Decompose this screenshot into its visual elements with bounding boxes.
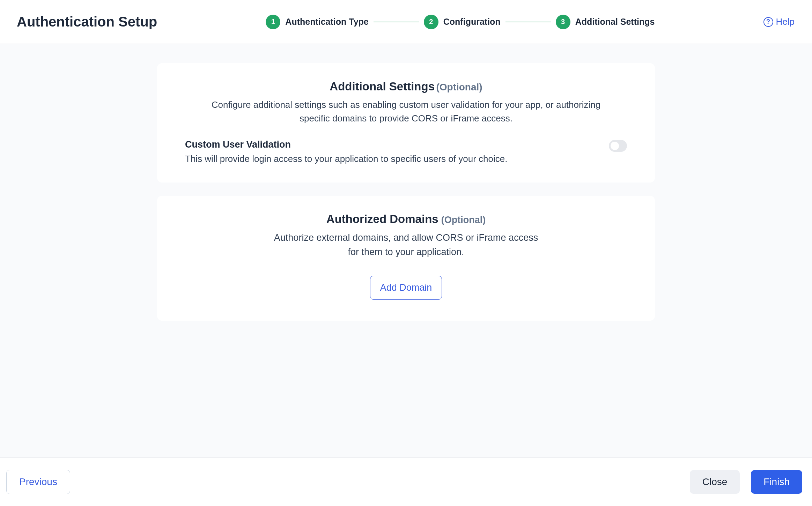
- footer: Previous Close Finish: [0, 457, 812, 506]
- add-domain-button[interactable]: Add Domain: [370, 276, 442, 300]
- help-label: Help: [776, 16, 795, 27]
- step-label-3: Additional Settings: [575, 17, 655, 27]
- custom-user-validation-row: Custom User Validation This will provide…: [185, 139, 627, 166]
- card-title: Additional Settings: [330, 80, 435, 93]
- setting-description: This will provide login access to your a…: [185, 152, 595, 166]
- authorized-domains-card: Authorized Domains (Optional) Authorize …: [157, 196, 655, 321]
- card-description: Authorize external domains, and allow CO…: [270, 231, 542, 259]
- close-button[interactable]: Close: [690, 470, 740, 494]
- finish-button[interactable]: Finish: [751, 470, 802, 494]
- step-connector: [505, 22, 551, 22]
- previous-button[interactable]: Previous: [6, 470, 70, 494]
- step-label-2: Configuration: [443, 17, 501, 27]
- step-connector: [374, 22, 419, 22]
- stepper: 1 Authentication Type 2 Configuration 3 …: [178, 15, 742, 29]
- step-authentication-type[interactable]: 1 Authentication Type: [266, 15, 368, 29]
- optional-tag: (Optional): [441, 215, 486, 225]
- help-link[interactable]: ? Help: [763, 16, 795, 27]
- setting-title: Custom User Validation: [185, 139, 595, 150]
- card-title: Authorized Domains: [326, 213, 438, 225]
- toggle-knob: [611, 142, 619, 150]
- step-number-3: 3: [556, 15, 570, 29]
- help-icon: ?: [763, 17, 773, 27]
- step-number-1: 1: [266, 15, 280, 29]
- additional-settings-card: Additional Settings (Optional) Configure…: [157, 63, 655, 183]
- optional-tag: (Optional): [436, 82, 482, 92]
- step-additional-settings[interactable]: 3 Additional Settings: [556, 15, 655, 29]
- step-configuration[interactable]: 2 Configuration: [424, 15, 501, 29]
- content-area: Additional Settings (Optional) Configure…: [0, 44, 812, 457]
- step-label-1: Authentication Type: [285, 17, 368, 27]
- page-title: Authentication Setup: [17, 14, 157, 30]
- custom-user-validation-toggle[interactable]: [609, 140, 627, 152]
- card-description: Configure additional settings such as en…: [205, 98, 607, 125]
- step-number-2: 2: [424, 15, 438, 29]
